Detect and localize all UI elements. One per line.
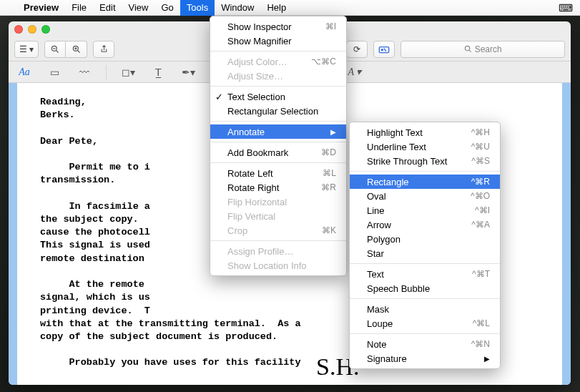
tools-item-show-location-info: Show Location Info [210, 258, 346, 273]
svg-line-4 [78, 50, 80, 52]
annotate-item-loupe[interactable]: Loupe^⌘L [350, 316, 500, 330]
svg-line-1 [56, 50, 59, 52]
annotate-item-text[interactable]: Text^⌘T [350, 267, 500, 281]
menu-file[interactable]: File [65, 0, 93, 16]
tools-item-rotate-left[interactable]: Rotate Left⌘L [210, 166, 346, 180]
zoom-out-button[interactable] [44, 41, 66, 58]
tools-item-crop: Crop⌘K [210, 223, 346, 237]
share-button[interactable] [93, 41, 114, 58]
tools-item-rectangular-selection[interactable]: Rectangular Selection [210, 104, 346, 118]
annotate-item-signature[interactable]: Signature▶ [350, 351, 500, 366]
annotate-item-polygon[interactable]: Polygon [350, 232, 500, 246]
tools-item-text-selection[interactable]: ✓Text Selection [210, 89, 346, 104]
svg-line-10 [469, 50, 471, 52]
tools-item-add-bookmark[interactable]: Add Bookmark⌘D [210, 145, 346, 160]
screen-mirror-icon[interactable]: ⌨ [559, 2, 573, 14]
minimize-button[interactable] [28, 25, 36, 34]
menu-help[interactable]: Help [260, 0, 293, 16]
annotate-item-oval[interactable]: Oval^⌘O [350, 189, 500, 203]
app-menu[interactable]: Preview [17, 0, 65, 16]
text-style-button[interactable]: Aa [16, 67, 33, 78]
tools-item-flip-horizontal: Flip Horizontal [210, 195, 346, 209]
shapes-button[interactable]: ◻▾ [119, 67, 137, 78]
zoom-button[interactable] [41, 25, 50, 34]
annotate-item-highlight-text[interactable]: Highlight Text^⌘H [350, 125, 500, 139]
tools-menu: Show Inspector⌘IShow MagnifierAdjust Col… [210, 16, 347, 276]
svg-rect-7 [380, 46, 389, 52]
menu-window[interactable]: Window [215, 0, 260, 16]
annotate-item-star[interactable]: Star [350, 246, 500, 260]
annotate-submenu: Highlight Text^⌘HUnderline Text^⌘UStrike… [349, 122, 501, 369]
font-style-button[interactable]: A ▾ [346, 66, 363, 78]
annotate-item-underline-text[interactable]: Underline Text^⌘U [350, 139, 500, 154]
zoom-in-button[interactable] [66, 41, 87, 58]
search-field[interactable]: Search [400, 41, 565, 58]
tools-item-adjust-size-: Adjust Size… [210, 69, 346, 83]
menu-edit[interactable]: Edit [93, 0, 122, 16]
menu-view[interactable]: View [122, 0, 155, 16]
sidebar-view-button[interactable]: ☰ ▾ [14, 41, 39, 58]
sketch-tool-button[interactable]: 〰 [76, 67, 93, 78]
annotate-item-line[interactable]: Line^⌘I [350, 203, 500, 217]
close-button[interactable] [14, 25, 23, 34]
tools-item-flip-vertical: Flip Vertical [210, 209, 346, 223]
annotate-item-speech-bubble[interactable]: Speech Bubble [350, 281, 500, 295]
sign-button[interactable]: ✒▾ [180, 67, 197, 78]
svg-point-9 [465, 46, 469, 50]
tools-item-annotate[interactable]: Annotate▶ [210, 124, 346, 139]
annotate-item-strike-through-text[interactable]: Strike Through Text^⌘S [350, 154, 500, 168]
markup-toolbar-toggle[interactable] [373, 41, 395, 58]
menu-go[interactable]: Go [154, 0, 180, 16]
annotate-item-rectangle[interactable]: Rectangle^⌘R [350, 175, 500, 189]
system-menubar: Preview File Edit View Go Tools Window H… [0, 0, 580, 16]
tools-item-adjust-color-: Adjust Color…⌥⌘C [210, 54, 346, 69]
tools-item-show-inspector[interactable]: Show Inspector⌘I [210, 19, 346, 34]
annotate-item-note[interactable]: Note^⌘N [350, 337, 500, 351]
tools-item-rotate-right[interactable]: Rotate Right⌘R [210, 180, 346, 195]
annotate-item-mask[interactable]: Mask [350, 302, 500, 316]
text-tool-button[interactable]: T̲ [149, 67, 167, 78]
rotate-button[interactable]: ⟳ [346, 41, 368, 58]
svg-point-8 [382, 49, 383, 50]
tools-item-show-magnifier[interactable]: Show Magnifier [210, 34, 346, 48]
menu-tools[interactable]: Tools [180, 0, 215, 16]
annotate-item-arrow[interactable]: Arrow^⌘A [350, 217, 500, 232]
tools-item-assign-profile-: Assign Profile… [210, 244, 346, 258]
selection-tool-button[interactable]: ▭ [46, 67, 63, 78]
